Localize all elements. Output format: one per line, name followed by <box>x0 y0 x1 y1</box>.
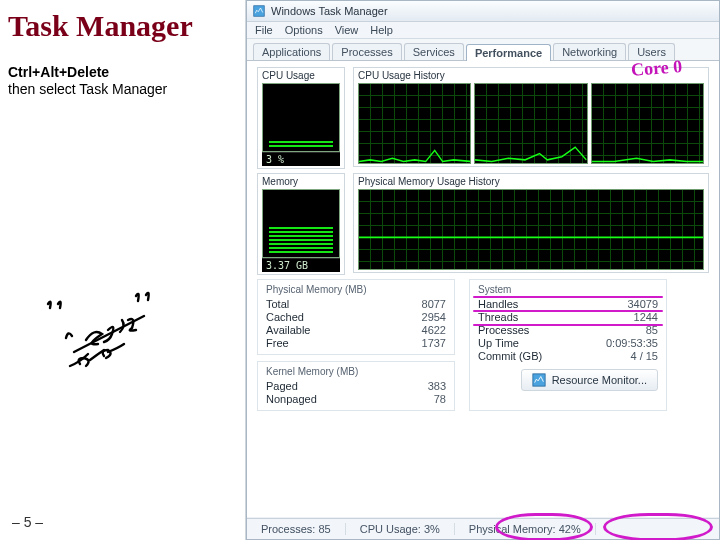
system-box: System Handles34079 Threads1244 Processe… <box>469 279 667 411</box>
window-titlebar[interactable]: Windows Task Manager <box>247 1 719 22</box>
mem-gauge-bars <box>262 189 340 258</box>
system-table: Handles34079 Threads1244 Processes85 Up … <box>478 298 658 363</box>
cpu-gauge-bars <box>262 83 340 152</box>
hint-line1: Ctrl+Alt+Delete <box>8 64 237 82</box>
mem-graph <box>358 189 704 270</box>
mem-gauge-label: Memory <box>262 176 340 187</box>
system-title: System <box>478 284 658 295</box>
slide-number: – 5 – <box>12 514 43 530</box>
tab-networking[interactable]: Networking <box>553 43 626 60</box>
cpu-graph-core1 <box>474 83 587 164</box>
menu-options[interactable]: Options <box>285 24 323 36</box>
resmon-icon <box>532 373 546 387</box>
resmon-label: Resource Monitor... <box>552 374 647 386</box>
status-mem: Physical Memory: 42% <box>455 523 596 535</box>
shortcut-hint: Ctrl+Alt+Delete then select Task Manager <box>8 64 237 99</box>
cpu-graph-core0 <box>358 83 471 164</box>
annotation-underline-threads <box>473 310 663 312</box>
tab-processes[interactable]: Processes <box>332 43 401 60</box>
tab-performance[interactable]: Performance <box>466 44 551 61</box>
menu-file[interactable]: File <box>255 24 273 36</box>
menu-bar: File Options View Help <box>247 22 719 39</box>
kernel-mem-title: Kernel Memory (MB) <box>266 366 446 377</box>
cpu-gauge-label: CPU Usage <box>262 70 340 81</box>
tab-users[interactable]: Users <box>628 43 675 60</box>
tab-strip: Applications Processes Services Performa… <box>247 39 719 61</box>
slide-title: Task Manager <box>8 10 237 42</box>
cpu-graph-core2 <box>591 83 704 164</box>
hint-line2: then select Task Manager <box>8 81 237 99</box>
slide-root: Task Manager Ctrl+Alt+Delete then select… <box>0 0 720 540</box>
status-cpu: CPU Usage: 3% <box>346 523 455 535</box>
status-bar: Processes: 85 CPU Usage: 3% Physical Mem… <box>247 518 719 539</box>
window-title: Windows Task Manager <box>271 5 388 17</box>
kernel-mem-table: Paged383 Nonpaged78 <box>266 380 446 406</box>
taskmgr-icon <box>253 5 265 17</box>
mem-gauge: Memory 3.37 GB <box>257 173 345 275</box>
annotation-underline-handles <box>473 296 663 298</box>
cpu-gauge: CPU Usage 3 % <box>257 67 345 169</box>
phys-mem-title: Physical Memory (MB) <box>266 284 446 295</box>
annotation-underline-processes <box>473 324 663 326</box>
cpu-history: CPU Usage History <box>353 67 709 167</box>
task-manager-window: Windows Task Manager File Options View H… <box>245 0 720 540</box>
mem-history-label: Physical Memory Usage History <box>358 176 704 187</box>
phys-mem-table: Total8077 Cached2954 Available4622 Free1… <box>266 298 446 350</box>
tab-services[interactable]: Services <box>404 43 464 60</box>
kernel-mem-box: Kernel Memory (MB) Paged383 Nonpaged78 <box>257 361 455 411</box>
phys-mem-box: Physical Memory (MB) Total8077 Cached295… <box>257 279 455 355</box>
cpu-history-label: CPU Usage History <box>358 70 704 81</box>
stats-area: Physical Memory (MB) Total8077 Cached295… <box>257 279 709 411</box>
performance-panel: CPU Usage 3 % CPU Usage History <box>247 61 719 517</box>
mem-history: Physical Memory Usage History <box>353 173 709 273</box>
menu-help[interactable]: Help <box>370 24 393 36</box>
tab-applications[interactable]: Applications <box>253 43 330 60</box>
slide-text-column: Task Manager Ctrl+Alt+Delete then select… <box>0 0 245 540</box>
handwriting-scribble <box>40 290 210 370</box>
status-processes: Processes: 85 <box>247 523 346 535</box>
menu-view[interactable]: View <box>335 24 359 36</box>
mem-gauge-value: 3.37 GB <box>262 258 340 272</box>
cpu-gauge-value: 3 % <box>262 152 340 166</box>
resource-monitor-button[interactable]: Resource Monitor... <box>521 369 658 391</box>
